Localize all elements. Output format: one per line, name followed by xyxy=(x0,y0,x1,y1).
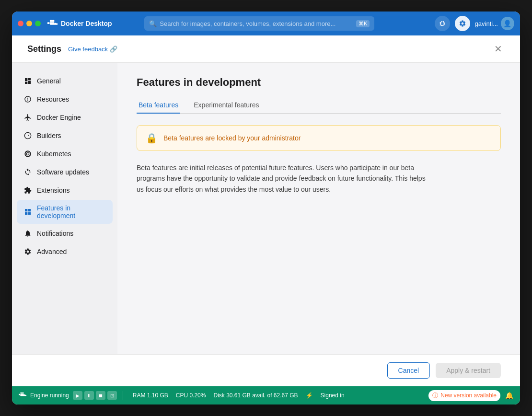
sidebar-item-features-in-development[interactable]: Features in development xyxy=(17,200,113,224)
description-text: Beta features are initial releases of po… xyxy=(137,162,434,195)
sidebar-item-label-advanced: Advanced xyxy=(37,248,67,255)
cpu-stat: CPU 0.20% xyxy=(176,392,206,399)
notification-bell-icon[interactable]: 🔔 xyxy=(505,392,513,399)
main-content: General Resources Docker Engine Builders xyxy=(12,63,520,354)
sidebar: General Resources Docker Engine Builders xyxy=(12,63,117,354)
sidebar-item-resources[interactable]: Resources xyxy=(17,91,113,108)
software-updates-icon xyxy=(23,168,32,176)
tab-beta-features[interactable]: Beta features xyxy=(137,97,180,114)
docker-whale-icon xyxy=(19,392,27,399)
apply-restart-button[interactable]: Apply & restart xyxy=(436,363,501,378)
app-window: Docker Desktop 🔍 ⌘K gavinti... 👤 Setting… xyxy=(12,12,520,404)
svg-rect-10 xyxy=(22,393,23,394)
sidebar-item-label-extensions: Extensions xyxy=(37,186,69,194)
sidebar-item-label-docker-engine: Docker Engine xyxy=(37,114,81,121)
search-input[interactable] xyxy=(160,20,353,27)
tab-experimental-features[interactable]: Experimental features xyxy=(192,97,261,114)
feedback-link[interactable]: Give feedback 🔗 xyxy=(68,46,117,53)
resources-icon xyxy=(23,95,32,104)
stop-button[interactable]: ⏹ xyxy=(96,391,105,400)
docker-logo-icon xyxy=(47,18,58,29)
sidebar-item-kubernetes[interactable]: Kubernetes xyxy=(17,145,113,162)
content-area: Features in development Beta features Ex… xyxy=(117,63,520,354)
app-logo: Docker Desktop xyxy=(47,18,112,29)
bug-button[interactable] xyxy=(435,16,450,31)
extensions-icon xyxy=(23,186,32,195)
signed-in-label: Signed in xyxy=(321,392,345,399)
svg-rect-9 xyxy=(21,393,22,394)
sidebar-item-label-resources: Resources xyxy=(37,95,69,103)
settings-header-left: Settings Give feedback 🔗 xyxy=(27,44,117,54)
svg-rect-6 xyxy=(19,394,20,395)
search-icon: 🔍 xyxy=(149,20,157,27)
footer: Cancel Apply & restart xyxy=(12,354,520,386)
features-icon xyxy=(23,208,32,216)
alert-text: Beta features are locked by your adminis… xyxy=(163,134,301,142)
sidebar-item-label-kubernetes: Kubernetes xyxy=(37,150,71,158)
sidebar-item-label-software-updates: Software updates xyxy=(37,168,89,176)
warning-circle-icon: ⓘ xyxy=(432,392,438,400)
engine-status-label: Engine running xyxy=(30,392,69,399)
close-traffic-light[interactable] xyxy=(18,21,23,26)
svg-rect-3 xyxy=(50,20,52,22)
advanced-icon xyxy=(23,247,32,256)
status-divider xyxy=(123,391,123,400)
close-button[interactable]: ✕ xyxy=(491,42,505,56)
sidebar-item-docker-engine[interactable]: Docker Engine xyxy=(17,109,113,126)
play-button[interactable]: ▶ xyxy=(73,391,82,400)
svg-rect-4 xyxy=(52,20,54,22)
general-icon xyxy=(23,77,32,85)
tabs-container: Beta features Experimental features xyxy=(137,97,501,114)
settings-button[interactable] xyxy=(455,16,470,31)
sidebar-item-advanced[interactable]: Advanced xyxy=(17,243,113,260)
page-title: Features in development xyxy=(137,76,501,89)
svg-rect-0 xyxy=(47,22,49,24)
engine-status: Engine running xyxy=(19,392,69,399)
bug-icon xyxy=(439,20,446,27)
feedback-label: Give feedback xyxy=(68,46,108,53)
ram-stat: RAM 1.10 GB xyxy=(133,392,168,399)
titlebar-actions: gavinti... 👤 xyxy=(435,16,514,31)
cancel-button[interactable]: Cancel xyxy=(387,362,430,379)
minimize-traffic-light[interactable] xyxy=(26,21,32,26)
lock-icon: 🔒 xyxy=(146,132,158,144)
username-label: gavinti... xyxy=(475,20,498,27)
terminal-button[interactable]: ⊡ xyxy=(107,391,117,400)
notifications-icon xyxy=(23,229,32,238)
sidebar-item-label-notifications: Notifications xyxy=(37,230,73,237)
new-version-label: New version available xyxy=(440,392,497,399)
avatar: 👤 xyxy=(501,17,514,30)
maximize-traffic-light[interactable] xyxy=(35,21,41,26)
pause-button[interactable]: ⏸ xyxy=(84,391,94,400)
docker-engine-icon xyxy=(23,113,32,122)
engine-controls: ▶ ⏸ ⏹ ⊡ xyxy=(73,391,117,400)
kubernetes-icon xyxy=(23,150,32,158)
external-link-icon: 🔗 xyxy=(110,46,117,53)
traffic-lights xyxy=(18,21,41,26)
app-title: Docker Desktop xyxy=(61,20,112,27)
disk-stat: Disk 30.61 GB avail. of 62.67 GB xyxy=(213,392,298,399)
sidebar-item-extensions[interactable]: Extensions xyxy=(17,182,113,199)
new-version-badge[interactable]: ⓘ New version available xyxy=(428,390,500,401)
keyboard-shortcut-badge: ⌘K xyxy=(356,20,370,27)
sidebar-item-notifications[interactable]: Notifications xyxy=(17,225,113,242)
sidebar-item-general[interactable]: General xyxy=(17,72,113,90)
alert-banner: 🔒 Beta features are locked by your admin… xyxy=(137,125,501,151)
search-bar[interactable]: 🔍 ⌘K xyxy=(144,16,374,31)
statusbar: Engine running ▶ ⏸ ⏹ ⊡ RAM 1.10 GB CPU 0… xyxy=(12,386,520,404)
sidebar-item-label-general: General xyxy=(37,77,61,85)
user-section[interactable]: gavinti... 👤 xyxy=(475,17,514,30)
statusbar-right: ⓘ New version available 🔔 xyxy=(428,390,513,401)
sidebar-item-builders[interactable]: Builders xyxy=(17,127,113,144)
power-icon: ⚡ xyxy=(306,392,313,399)
settings-title: Settings xyxy=(27,44,61,54)
sidebar-item-label-features: Features in development xyxy=(37,204,106,220)
builders-icon xyxy=(23,131,32,140)
settings-header: Settings Give feedback 🔗 ✕ xyxy=(12,35,520,63)
status-stats: RAM 1.10 GB CPU 0.20% Disk 30.61 GB avai… xyxy=(133,392,345,399)
sidebar-item-software-updates[interactable]: Software updates xyxy=(17,163,113,181)
gear-icon xyxy=(459,20,466,27)
titlebar: Docker Desktop 🔍 ⌘K gavinti... 👤 xyxy=(12,12,520,35)
sidebar-item-label-builders: Builders xyxy=(37,132,61,139)
